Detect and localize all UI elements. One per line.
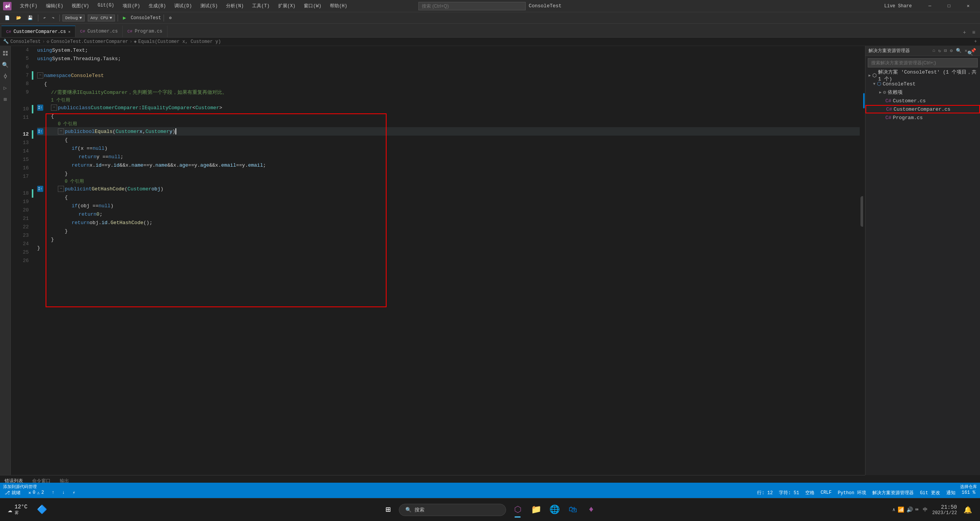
fold-10[interactable]: −: [51, 105, 57, 111]
add-source-label[interactable]: 添加到源代码管理: [3, 484, 37, 490]
panel-icon-collapse[interactable]: ⊟: [943, 47, 947, 54]
sidebar-debug-icon[interactable]: ▷: [1, 84, 10, 92]
kw-return22: return: [72, 220, 90, 226]
taskbar-tox-icon[interactable]: 🔷: [34, 501, 51, 518]
status-notify[interactable]: 通知: [945, 490, 957, 496]
status-errors[interactable]: ✕ 0 ⚠ 2: [27, 490, 46, 496]
status-char[interactable]: 字符: 51: [777, 490, 801, 496]
keyboard-icon[interactable]: ⌨: [915, 506, 918, 513]
panel-icon-refresh[interactable]: ↻: [937, 47, 942, 54]
volume-icon[interactable]: 🔊: [906, 506, 913, 513]
breadcrumb-method[interactable]: Equals(Customer x, Customer y): [138, 39, 221, 44]
x4-dot16: x.: [215, 162, 221, 168]
tree-file-program[interactable]: C# Program.cs: [865, 113, 980, 122]
panel-icon-home[interactable]: ⌂: [932, 47, 936, 54]
status-sol-exp[interactable]: 解决方案资源管理器: [871, 490, 915, 496]
status-git[interactable]: Git 更改: [918, 490, 942, 496]
tab-program[interactable]: C# Program.cs: [123, 26, 167, 37]
debug-config-dropdown[interactable]: Debug ▼: [62, 15, 85, 21]
fold-18[interactable]: −: [58, 186, 64, 192]
sidebar-search-icon[interactable]: 🔍: [1, 61, 10, 69]
menu-tools[interactable]: 工具(T): [248, 1, 274, 11]
sidebar-git-icon[interactable]: [1, 72, 10, 80]
taskbar-search-box[interactable]: 🔍 搜索: [399, 504, 506, 516]
maximize-btn[interactable]: □: [940, 0, 958, 12]
search-input[interactable]: [418, 2, 526, 10]
toolbar-undo[interactable]: ↶: [41, 15, 48, 21]
code-area[interactable]: using System.Text; using System.Threadin…: [34, 46, 865, 475]
taskbar-app-store[interactable]: 🛍: [564, 501, 581, 518]
solution-label: 解决方案 'ConsoleTest' (1 个项目，共 1 个): [878, 70, 977, 82]
status-zoom[interactable]: 161 %: [960, 490, 977, 495]
menu-project[interactable]: 项目(P): [119, 1, 144, 11]
ref-hint-17: 0 个引用: [65, 178, 84, 185]
menu-edit[interactable]: 编辑(E): [42, 1, 67, 11]
comma12: ,: [143, 129, 146, 134]
tree-file-customer[interactable]: C# Customer.cs: [865, 97, 980, 105]
right-scroll-track[interactable]: [863, 92, 865, 441]
close-btn[interactable]: ✕: [959, 0, 977, 12]
tab-customer-comparer[interactable]: C# CustomerComparer.cs ✕: [2, 26, 75, 37]
toolbar-redo[interactable]: ↷: [50, 15, 57, 21]
tab-customer[interactable]: C# Customer.cs: [75, 26, 123, 37]
run-button[interactable]: ▶: [121, 14, 128, 22]
status-branch[interactable]: ⎇ 就绪: [3, 490, 22, 496]
status-up-arrow[interactable]: ↑: [50, 490, 56, 495]
menu-git[interactable]: Git(G): [94, 1, 118, 11]
status-line[interactable]: 行: 12: [755, 490, 774, 496]
breadcrumb-class[interactable]: ConsoleTest.CustomerComparer: [51, 39, 128, 44]
sidebar-extensions-icon[interactable]: ⊞: [1, 95, 10, 103]
select-repo-label[interactable]: 选择仓库: [960, 484, 977, 490]
status-line-ending[interactable]: CRLF: [819, 490, 833, 495]
solution-search-input[interactable]: [868, 58, 978, 67]
status-down-arrow[interactable]: ↓: [61, 490, 66, 495]
add-tab-btn[interactable]: +: [960, 29, 969, 36]
right-scroll-thumb[interactable]: [863, 93, 865, 108]
fold-12[interactable]: −: [58, 128, 64, 134]
toolbar-open[interactable]: 📂: [14, 15, 24, 21]
minimize-btn[interactable]: —: [921, 0, 939, 12]
breadcrumb-expand-btn[interactable]: +: [974, 39, 977, 44]
tree-dep[interactable]: ▶ ⚙ 依赖项: [865, 88, 980, 97]
status-space[interactable]: 空格: [804, 490, 816, 496]
tray-up-icon[interactable]: ∧: [893, 507, 895, 513]
x-dot16: x.: [90, 162, 96, 168]
tree-solution[interactable]: ▶ ⬡ 解决方案 'ConsoleTest' (1 个项目，共 1 个): [865, 71, 980, 80]
menu-build[interactable]: 生成(B): [145, 1, 170, 11]
kw-int18: int: [83, 186, 92, 192]
live-share-btn[interactable]: Live Share: [884, 3, 912, 9]
network-icon[interactable]: 📶: [898, 506, 904, 513]
status-env[interactable]: Python 环境: [836, 490, 868, 496]
panel-icon-search2[interactable]: 🔍: [955, 47, 962, 54]
status-warnings2[interactable]: ⚡: [71, 490, 77, 496]
taskbar-app-vs[interactable]: ⬡: [509, 501, 526, 518]
status-notify-text: 通知: [946, 490, 955, 496]
fold-7[interactable]: −: [37, 72, 43, 79]
toolbar-new[interactable]: 📄: [2, 15, 12, 21]
cs-icon-3: C#: [127, 29, 132, 34]
menu-window[interactable]: 窗口(W): [300, 1, 325, 11]
toolbar-more[interactable]: ⚙: [167, 15, 174, 21]
tab-options-btn[interactable]: ≡: [969, 29, 978, 36]
menu-view[interactable]: 视图(V): [68, 1, 93, 11]
taskbar-app-explorer[interactable]: 📁: [528, 501, 544, 518]
taskbar-app-edge[interactable]: 🌐: [546, 501, 563, 518]
menu-test[interactable]: 测试(S): [197, 1, 222, 11]
breadcrumb-project[interactable]: ConsoleTest: [10, 39, 41, 44]
lang-indicator: 中: [921, 506, 929, 513]
toolbar-save[interactable]: 💾: [25, 15, 35, 21]
menu-analyze[interactable]: 分析(N): [222, 1, 247, 11]
menu-help[interactable]: 帮助(H): [326, 1, 351, 11]
sidebar-explorer-icon[interactable]: [1, 49, 10, 57]
tab-close-1[interactable]: ✕: [68, 29, 70, 34]
taskbar-windows-btn[interactable]: ⊞: [380, 502, 396, 518]
menu-extend[interactable]: 扩展(X): [274, 1, 300, 11]
menu-debug[interactable]: 调试(D): [170, 1, 196, 11]
cpu-config-dropdown[interactable]: Any CPU ▼: [88, 15, 115, 21]
taskbar-notify-btn[interactable]: 🔔: [960, 502, 975, 518]
tree-file-customer-comparer[interactable]: C# CustomerComparer.cs: [865, 105, 980, 113]
panel-icon-settings[interactable]: ⚙: [949, 47, 954, 54]
menu-file[interactable]: 文件(F): [16, 1, 41, 11]
taskbar-app-extra[interactable]: ♦: [583, 501, 600, 518]
time-display[interactable]: 21:50 2023/1/22: [932, 504, 957, 516]
